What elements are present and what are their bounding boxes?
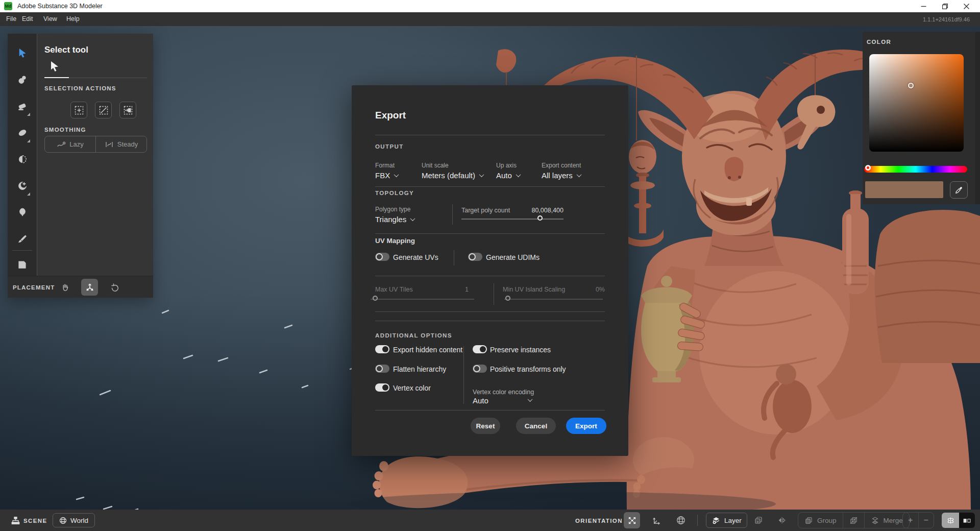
- eyedropper-button[interactable]: [950, 181, 968, 199]
- strip-divider: [12, 250, 32, 251]
- minus-button[interactable]: −: [918, 513, 934, 528]
- flatten-tool-icon[interactable]: [16, 153, 29, 165]
- saturation-value-picker[interactable]: [869, 54, 964, 152]
- vertex-color-label: Vertex color: [393, 384, 431, 392]
- symmetry-display-control: [942, 513, 975, 528]
- menu-help[interactable]: Help: [66, 15, 80, 22]
- menu-edit[interactable]: Edit: [22, 15, 33, 22]
- duplicate-button[interactable]: [750, 512, 767, 528]
- vertex-color-toggle[interactable]: [375, 383, 389, 392]
- up-axis-label: Up axis: [496, 162, 520, 169]
- group-merge-control: Group Merge: [798, 512, 910, 528]
- target-poly-value: 80,008,400: [505, 207, 564, 214]
- tool-panel-title: Select tool: [44, 45, 88, 55]
- erase-tool-icon[interactable]: [16, 100, 29, 112]
- placement-header: PLACEMENT: [13, 284, 55, 291]
- butterfly-icon: [946, 516, 955, 525]
- version-label: 1.1.1+24161df9.46: [923, 16, 970, 22]
- format-field[interactable]: Format FBX: [375, 162, 398, 180]
- hue-slider[interactable]: [864, 166, 967, 173]
- placement-hand-button[interactable]: [57, 279, 74, 296]
- generate-uvs-toggle[interactable]: [375, 253, 389, 261]
- layer-label: Layer: [724, 517, 742, 524]
- max-uv-tiles-value: 1: [428, 286, 469, 293]
- plus-button[interactable]: +: [903, 513, 918, 528]
- close-button[interactable]: [955, 0, 977, 12]
- placement-move-button[interactable]: [81, 279, 98, 296]
- format-value: FBX: [375, 171, 390, 180]
- divider: [375, 311, 605, 312]
- placement-rotate-button[interactable]: [106, 279, 123, 296]
- select-add-button[interactable]: [70, 102, 87, 118]
- smoothing-lazy-button[interactable]: Lazy: [45, 136, 95, 152]
- export-button[interactable]: Export: [566, 418, 606, 434]
- smear-tool-icon[interactable]: [16, 126, 29, 139]
- generate-uvs-label: Generate UVs: [393, 253, 438, 261]
- maximize-button[interactable]: [934, 0, 955, 12]
- mirror-button[interactable]: [774, 512, 790, 528]
- flatten-hierarchy-label: Flatten hierarchy: [393, 365, 446, 373]
- generate-udims-label: Generate UDIMs: [486, 253, 540, 261]
- export-hidden-content-toggle[interactable]: [375, 345, 389, 353]
- orientation-free-button[interactable]: [624, 512, 640, 528]
- unit-scale-field[interactable]: Unit scale Meters (default): [422, 162, 483, 180]
- vertical-divider: [452, 204, 453, 225]
- scene-label: SCENE: [23, 518, 47, 524]
- topology-section-header: TOPOLOGY: [375, 190, 414, 196]
- world-button[interactable]: World: [53, 513, 95, 527]
- color-picker-ring[interactable]: [908, 83, 914, 88]
- ungroup-icon: [849, 516, 858, 525]
- smear-flyout-indicator: [27, 139, 30, 142]
- add-layer-icon: [712, 516, 721, 525]
- current-color-swatch: [865, 181, 943, 198]
- inflate-tool-icon[interactable]: [16, 206, 29, 219]
- positive-transforms-toggle[interactable]: [473, 365, 487, 373]
- preserve-instances-toggle[interactable]: [473, 345, 487, 353]
- smoothing-steady-button[interactable]: Steady: [95, 136, 146, 152]
- flatten-hierarchy-toggle[interactable]: [375, 365, 389, 373]
- polygon-type-field[interactable]: Polygon type Triangles: [375, 206, 414, 224]
- divider: [375, 410, 605, 411]
- save-tool-icon[interactable]: [16, 258, 29, 271]
- tool-panel: Select tool SELECTION ACTIONS SMOOTHING …: [8, 34, 153, 298]
- minimize-button[interactable]: [913, 0, 934, 12]
- stamp-tool-icon[interactable]: [16, 179, 29, 192]
- menu-view[interactable]: View: [43, 15, 57, 22]
- vertical-divider: [454, 250, 454, 266]
- eyedropper-icon: [954, 186, 963, 195]
- divider: [375, 276, 605, 276]
- select-clear-button[interactable]: [95, 102, 112, 118]
- group-button[interactable]: Group: [798, 513, 843, 528]
- menu-file[interactable]: File: [6, 15, 16, 22]
- paint-tool-icon[interactable]: [16, 232, 29, 245]
- vertex-encoding-value[interactable]: Auto: [473, 396, 488, 405]
- format-label: Format: [375, 162, 398, 169]
- display-mode-button[interactable]: [959, 513, 975, 528]
- polygon-type-label: Polygon type: [375, 206, 414, 213]
- target-poly-slider[interactable]: [461, 215, 564, 223]
- reset-button[interactable]: Reset: [471, 418, 500, 434]
- export-content-field[interactable]: Export content All layers: [542, 162, 581, 180]
- orientation-axis-button[interactable]: [648, 512, 665, 528]
- select-tool-icon[interactable]: [16, 46, 29, 59]
- additional-options-header: ADDITIONAL OPTIONS: [375, 332, 452, 339]
- select-invert-button[interactable]: [119, 102, 136, 118]
- up-axis-field[interactable]: Up axis Auto: [496, 162, 520, 180]
- split-view-icon: [963, 517, 971, 524]
- slider-handle[interactable]: [537, 215, 543, 221]
- hue-slider-handle[interactable]: [865, 165, 871, 171]
- scene-tree-icon: [11, 516, 20, 525]
- clay-tool-icon[interactable]: [16, 73, 29, 86]
- selection-actions-header: SELECTION ACTIONS: [44, 85, 116, 91]
- group-label: Group: [817, 517, 837, 524]
- dialog-title: Export: [375, 110, 406, 121]
- chevron-down-icon: [516, 172, 521, 177]
- generate-udims-toggle[interactable]: [468, 253, 482, 261]
- orientation-world-button[interactable]: [673, 512, 689, 528]
- chevron-down-icon: [576, 172, 581, 177]
- cancel-button[interactable]: Cancel: [516, 418, 556, 434]
- chevron-down-icon[interactable]: [528, 397, 533, 402]
- ungroup-button[interactable]: [843, 513, 864, 528]
- layer-button[interactable]: Layer: [706, 513, 747, 528]
- symmetry-button[interactable]: [942, 513, 959, 528]
